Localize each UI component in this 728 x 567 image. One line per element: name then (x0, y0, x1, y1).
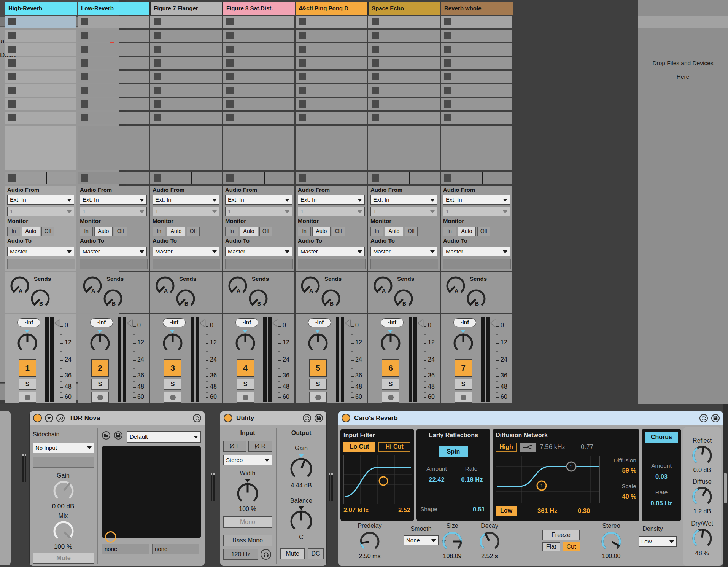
clip-slot[interactable] (296, 16, 367, 28)
clip-slot[interactable] (223, 16, 294, 28)
clip-slot[interactable] (150, 71, 222, 83)
track-header[interactable]: Low-Reverb (78, 2, 150, 15)
arm-button[interactable] (309, 392, 327, 403)
device-title-bar[interactable]: Utility (220, 411, 326, 425)
decay-knob[interactable] (479, 531, 500, 552)
track-header[interactable]: Reverb whole (441, 2, 513, 15)
spin-button[interactable]: Spin (439, 446, 468, 457)
stop-all-clips-button[interactable] (8, 174, 16, 182)
clip-stop-button[interactable] (226, 46, 234, 53)
track-activator-button[interactable]: 6 (382, 359, 399, 377)
input-type-select[interactable]: Ext. In (298, 195, 365, 205)
high-q-value[interactable]: 0.77 (581, 443, 593, 451)
clip-stop-button[interactable] (226, 87, 234, 94)
pan-knob[interactable] (307, 333, 329, 354)
lo-cut-freq[interactable]: 2.07 kHz (343, 506, 369, 514)
monitor-in-button[interactable]: In (298, 227, 311, 236)
clip-slot[interactable] (441, 71, 512, 83)
clip-stop-button[interactable] (444, 32, 451, 39)
solo-button[interactable]: S (382, 379, 399, 390)
clip-slot[interactable] (5, 43, 76, 56)
clip-slot[interactable] (5, 30, 76, 42)
output-type-select[interactable]: Master (7, 247, 74, 256)
stop-all-clips-button[interactable] (226, 174, 234, 182)
clip-slot[interactable] (296, 84, 367, 97)
low-shelf-button[interactable]: Low (496, 506, 517, 516)
clip-stop-button[interactable] (81, 87, 88, 94)
monitor-in-button[interactable]: In (225, 227, 238, 236)
clip-stop-button[interactable] (8, 46, 16, 53)
clip-stop-button[interactable] (81, 59, 88, 67)
size-knob[interactable] (442, 531, 463, 552)
pan-knob[interactable] (17, 333, 38, 354)
reflect-knob[interactable] (691, 445, 713, 466)
mono-button[interactable]: Mono (223, 516, 272, 528)
arm-button[interactable] (91, 392, 109, 403)
folder-icon[interactable] (102, 431, 110, 440)
clip-slot[interactable] (78, 43, 149, 56)
clip-slot[interactable] (5, 71, 76, 83)
monitor-off-button[interactable]: Off (477, 227, 490, 236)
shelf-type-icon[interactable] (520, 443, 536, 452)
clip-stop-button[interactable] (81, 73, 88, 80)
input-channel-select[interactable]: 1 (298, 207, 365, 216)
monitor-off-button[interactable]: Off (187, 227, 200, 236)
output-channel-field[interactable] (7, 259, 75, 269)
clip-stop-button[interactable] (299, 18, 306, 25)
clip-stop-button[interactable] (226, 32, 234, 39)
mix-knob[interactable] (52, 520, 75, 542)
pan-knob[interactable] (453, 333, 474, 354)
pan-knob[interactable] (89, 333, 111, 354)
clip-stop-button[interactable] (299, 73, 306, 80)
diffuse-knob[interactable] (691, 486, 713, 507)
output-channel-field[interactable] (443, 259, 511, 269)
track-status-row[interactable] (5, 172, 76, 184)
arm-button[interactable] (237, 392, 254, 403)
track-header[interactable]: 4&ctl Ping Pong D (296, 2, 368, 15)
device-caros-reverb[interactable]: Caro's Reverb Input Filter Lo Cut Hi Cut (338, 411, 723, 566)
clip-stop-button[interactable] (372, 73, 379, 80)
channel-mode-select[interactable]: Stereo (223, 455, 272, 465)
output-channel-field[interactable] (225, 259, 293, 269)
output-type-select[interactable]: Master (443, 247, 510, 256)
device-utility[interactable]: Utility Input Ø L Ø R Stereo Width 100 %… (220, 411, 327, 566)
device-tdr-nova[interactable]: TDR Nova Sidechain No Input Gain 0.00 dB… (29, 411, 205, 566)
pan-knob[interactable] (235, 333, 256, 354)
diffusion-value[interactable]: 59 % (601, 467, 636, 474)
bass-mono-button[interactable]: Bass Mono (223, 535, 272, 546)
clip-slot[interactable] (368, 98, 440, 110)
gain-knob[interactable] (52, 480, 75, 502)
phase-left-button[interactable]: Ø L (223, 441, 246, 452)
clip-stop-button[interactable] (299, 46, 306, 53)
volume-field[interactable]: -Inf (235, 318, 258, 327)
clip-slot[interactable] (78, 57, 149, 69)
cut-button[interactable]: Cut (563, 542, 580, 551)
preset-select[interactable]: Default (127, 431, 201, 443)
amount-value[interactable]: 22.42 (420, 476, 453, 483)
lo-cut-button[interactable]: Lo Cut (343, 442, 375, 452)
clip-stop-button[interactable] (81, 46, 88, 53)
output-type-select[interactable]: Master (298, 247, 365, 256)
clip-slot[interactable] (5, 98, 76, 110)
clip-stop-button[interactable] (372, 59, 379, 67)
clip-stop-button[interactable] (299, 87, 306, 94)
plugin-param-dot[interactable] (105, 531, 116, 543)
stop-all-clips-button[interactable] (154, 174, 161, 182)
track-header[interactable]: Figure 8 Sat.Dist. (223, 2, 295, 15)
sidechain-select[interactable]: No Input (33, 443, 94, 453)
clip-stop-button[interactable] (299, 114, 306, 121)
predelay-value[interactable]: 2.50 ms (343, 553, 396, 560)
output-gain-knob[interactable] (289, 457, 313, 481)
clip-stop-button[interactable] (226, 59, 234, 67)
reflect-value[interactable]: 0.0 dB (683, 467, 721, 474)
predelay-knob[interactable] (359, 531, 380, 552)
clip-slot[interactable] (150, 98, 222, 110)
clip-slot[interactable] (78, 71, 149, 83)
track-activator-button[interactable]: 1 (19, 359, 36, 377)
clip-stop-button[interactable] (299, 59, 306, 67)
clip-slot[interactable] (441, 30, 512, 42)
clip-slot[interactable] (78, 98, 149, 110)
track-status-row[interactable] (368, 172, 440, 184)
sidechain-gain-field[interactable] (33, 457, 94, 468)
output-channel-field[interactable] (370, 259, 438, 269)
